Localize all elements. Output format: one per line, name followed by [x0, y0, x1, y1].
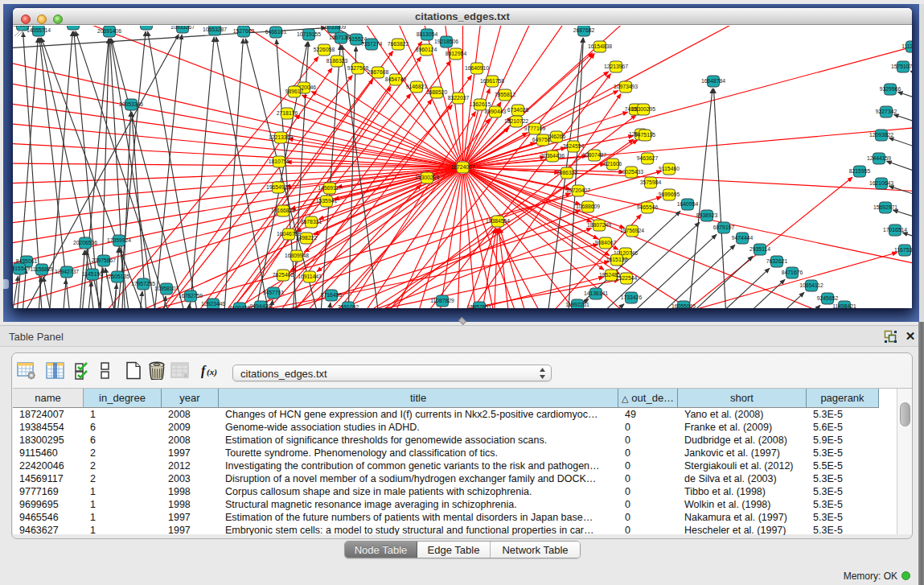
column-header-year[interactable]: year: [162, 389, 219, 408]
checkbox-list-icon[interactable]: [74, 361, 93, 380]
network-window[interactable]: citations_edges.txt 19782688140557141023…: [13, 8, 912, 307]
network-canvas[interactable]: 1978268814055714102382282069140615673477…: [13, 26, 912, 308]
table-row[interactable]: 977716911998Corpus callosum shape and si…: [13, 485, 897, 498]
graph-node-label: 9457791: [263, 290, 285, 295]
citation-edge-black[interactable]: [97, 39, 109, 308]
citation-edge-black[interactable]: [36, 277, 41, 308]
column-header-out_de[interactable]: △out_de…: [618, 389, 678, 408]
citation-edge-black[interactable]: [679, 89, 713, 308]
cell-title: Disruption of a novel member of a sodium…: [219, 472, 618, 485]
tab-edge-table[interactable]: Edge Table: [417, 542, 491, 558]
citation-edge-black[interactable]: [910, 71, 912, 91]
cell-in_degree: 1: [84, 408, 162, 421]
table-row[interactable]: 1872400712008Changes of HCN gene express…: [13, 408, 897, 421]
close-panel-icon[interactable]: ✕: [904, 329, 917, 344]
graph-node-label: 8322037: [448, 95, 470, 101]
graph-node-label: 9465546: [637, 204, 659, 210]
table-gear-icon[interactable]: [17, 361, 36, 380]
network-window-titlebar[interactable]: citations_edges.txt: [13, 8, 912, 25]
citation-edge[interactable]: [470, 169, 912, 308]
table-row[interactable]: 946554611997Estimation of the future num…: [13, 511, 897, 524]
network-view-desktop: citations_edges.txt 19782688140557141023…: [3, 4, 919, 322]
column-header-pagerank[interactable]: pagerank: [807, 389, 879, 408]
rows-icon[interactable]: [100, 361, 111, 380]
cell-name: 14569117: [13, 472, 84, 485]
graph-node-label: 8813054: [417, 31, 438, 37]
citation-edge-black[interactable]: [318, 45, 340, 308]
citation-edge[interactable]: [137, 197, 662, 308]
cell-pagerank: 5.3E-5: [807, 485, 879, 498]
float-panel-icon[interactable]: [884, 330, 897, 344]
citation-edge[interactable]: [469, 171, 912, 308]
resize-grip-icon[interactable]: [13, 26, 24, 37]
table-row[interactable]: 2242004622012Investigating the contribut…: [13, 459, 897, 472]
cell-in_degree: 1: [84, 485, 162, 498]
graph-node-label: 12093822: [869, 132, 893, 138]
citation-edge-black[interactable]: [325, 303, 331, 308]
table-row[interactable]: 1456911722003Disruption of a novel membe…: [13, 472, 897, 485]
scrollbar-thumb[interactable]: [900, 402, 910, 426]
citation-edge-black[interactable]: [216, 37, 283, 308]
cell-pagerank: 5.3E-5: [807, 408, 879, 421]
graph-node-label: 18807249: [587, 222, 611, 228]
graph-node-label: 8471676: [782, 270, 803, 275]
cell-year: 2008: [162, 434, 219, 447]
table-row[interactable]: 969969511998Structural magnetic resonanc…: [13, 498, 897, 511]
citation-edge-black[interactable]: [347, 47, 356, 308]
citation-edge-black[interactable]: [886, 161, 912, 179]
graph-node-label: 20691406: [97, 28, 121, 34]
citation-edge[interactable]: [424, 174, 463, 308]
network-graph[interactable]: 1978268814055714102382282069140615673477…: [13, 26, 912, 308]
trash-icon[interactable]: [147, 361, 166, 380]
citation-edge[interactable]: [468, 171, 912, 308]
citation-edge[interactable]: [470, 69, 912, 167]
tab-network-table[interactable]: Network Table: [491, 542, 580, 558]
table-row[interactable]: 1830029562008Estimation of significance …: [13, 434, 897, 447]
tab-node-table[interactable]: Node Table: [345, 542, 417, 558]
graph-node-label: 9474444: [732, 235, 754, 241]
pane-collapse-handle-icon[interactable]: [3, 279, 9, 289]
fx-icon[interactable]: f (x): [200, 361, 220, 380]
graph-node-label: 9227342: [876, 109, 897, 114]
citation-edge-black[interactable]: [897, 92, 912, 107]
table-row[interactable]: 946362711997Embryonic stem cells: a mode…: [13, 524, 897, 535]
citation-edge-black[interactable]: [114, 31, 146, 308]
cell-year: 2003: [162, 472, 219, 485]
graph-node-label: 6879197: [713, 225, 735, 230]
table-row[interactable]: 911546021997Tourette syndrome. Phenomeno…: [13, 447, 897, 459]
cell-in_degree: 6: [84, 434, 162, 447]
table-row[interactable]: 1938455462009Genome-wide association stu…: [13, 421, 897, 434]
cell-year: 2012: [162, 459, 219, 472]
citation-edge-black[interactable]: [60, 279, 66, 308]
graph-node-label: 9245652: [817, 295, 839, 301]
citation-edge-black[interactable]: [893, 210, 912, 225]
graph-node-label: 5226058: [314, 47, 335, 52]
graph-node-label: 8100458: [229, 305, 251, 308]
graph-node-label: 1362615: [470, 101, 491, 107]
graph-node-label: 16911443: [298, 274, 322, 279]
table-column-icon[interactable]: [46, 361, 65, 380]
results-panel-strip[interactable]: [918, 322, 924, 585]
graph-node-label: 8186323: [326, 58, 348, 64]
cell-title: Embryonic stem cells: a model to study s…: [219, 524, 618, 535]
graph-node-label: 9475115: [634, 132, 655, 138]
network-table-select[interactable]: citations_edges.txt: [232, 365, 552, 381]
cell-name: 9777169: [13, 485, 84, 498]
column-header-name[interactable]: name: [13, 389, 84, 408]
column-header-title[interactable]: title: [219, 389, 618, 408]
splitter-knob-icon[interactable]: [455, 318, 470, 324]
cell-name: 18300295: [13, 434, 84, 447]
new-document-icon[interactable]: [124, 361, 143, 380]
cell-title: Tourette syndrome. Phenomenology and cla…: [219, 447, 618, 459]
graph-node-label: 3575984: [640, 179, 662, 185]
citation-edge-black[interactable]: [889, 138, 912, 154]
column-header-short[interactable]: short: [678, 389, 807, 408]
citation-edge-black[interactable]: [714, 89, 731, 308]
citation-edge-black[interactable]: [638, 279, 785, 308]
citation-edge-black[interactable]: [889, 186, 912, 203]
table-vertical-scrollbar[interactable]: [897, 389, 913, 534]
graph-node-label: 11498421: [832, 303, 856, 308]
graph-node-label: 2522544: [616, 275, 638, 281]
citation-edge-black[interactable]: [185, 303, 190, 308]
column-header-in_degree[interactable]: in_degree: [84, 389, 162, 408]
